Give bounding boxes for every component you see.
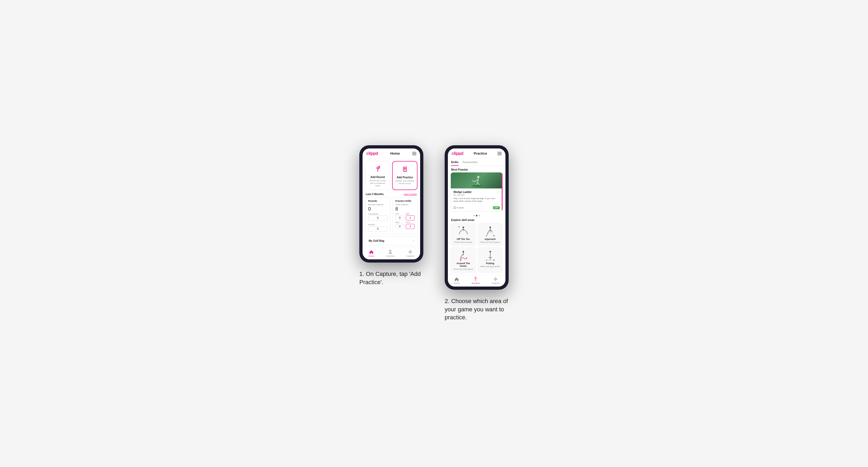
skill-approach[interactable]: Approach Dial-in to hit the green xyxy=(477,223,503,246)
flag-icon xyxy=(373,164,382,174)
caption-1: 1. On Capture, tap 'Add Practice'. xyxy=(359,270,423,286)
dot-3 xyxy=(478,215,480,216)
nav-capture-2[interactable]: Capture xyxy=(492,277,499,284)
nav-activities-1[interactable]: Activities xyxy=(386,249,395,257)
phone-1: clippd Home xyxy=(359,145,423,262)
app-header-2: clippd Practice xyxy=(448,149,505,158)
nav-home-1[interactable]: Home xyxy=(368,249,374,257)
featured-image xyxy=(451,173,502,188)
svg-line-32 xyxy=(461,254,463,256)
practice-stat: Practice 0 xyxy=(368,221,388,231)
header-title-1: Home xyxy=(390,151,400,155)
skill-grid: Off The Tee Power and accuracy xyxy=(448,223,505,275)
app-header-1: clippd Home xyxy=(363,149,420,158)
screenshot-1-container: clippd Home xyxy=(359,145,423,286)
off-the-tee-icon xyxy=(458,226,469,237)
add-round-subtitle: Record your shots fast or enhanced mode xyxy=(368,179,388,187)
capture-icon-2 xyxy=(493,277,498,281)
logo-1: clippd xyxy=(366,151,378,156)
svg-point-3 xyxy=(404,168,406,169)
putt-value: 4 xyxy=(406,224,414,229)
svg-point-36 xyxy=(490,251,491,252)
phone-2: clippd Practice Drills Favourites Most P… xyxy=(445,145,509,290)
svg-point-16 xyxy=(463,226,464,228)
dot-2 xyxy=(476,215,477,216)
svg-point-8 xyxy=(472,185,482,187)
svg-point-22 xyxy=(459,226,460,227)
hamburger-menu-2[interactable] xyxy=(497,152,502,155)
view-activity-link[interactable]: View Activity xyxy=(404,193,417,196)
around-the-green-icon xyxy=(458,250,469,261)
svg-point-41 xyxy=(486,260,487,261)
my-golf-bag[interactable]: My Golf Bag › xyxy=(365,236,417,246)
action-cards: Add Round Record your shots fast or enha… xyxy=(363,158,420,190)
svg-line-12 xyxy=(478,182,479,185)
section-title: Last 3 Months xyxy=(366,193,383,196)
most-popular-label: Most Popular xyxy=(448,166,505,172)
my-golf-bag-label: My Golf Bag xyxy=(369,239,384,242)
carousel-dots xyxy=(448,214,505,218)
svg-point-35 xyxy=(466,257,467,258)
skill-putting[interactable]: Putting Make and lag practice xyxy=(477,247,503,273)
activities-icon-2 xyxy=(473,277,478,281)
approach-title: Approach xyxy=(485,238,496,241)
svg-point-30 xyxy=(463,251,464,252)
nav-activities-label-2: Activities xyxy=(472,282,480,284)
nav-capture-label-1: Capture xyxy=(407,255,414,257)
star-icon[interactable]: ☆ xyxy=(497,191,500,193)
add-practice-title: Add Practice xyxy=(397,176,413,179)
chevron-right-icon: › xyxy=(413,239,414,243)
nav-activities-label-1: Activities xyxy=(386,255,395,257)
drills-sub-stats: OTT 0 APP 4 xyxy=(395,213,414,220)
svg-point-29 xyxy=(493,236,495,237)
drills-capture-label: Drills Capture xyxy=(395,204,414,206)
practice-label: Practice xyxy=(368,224,375,225)
nav-home-label-1: Home xyxy=(368,255,374,257)
caption-2: 2. Choose which area of your game you wa… xyxy=(445,297,509,322)
add-round-title: Add Round xyxy=(371,176,385,179)
home-icon-1 xyxy=(369,249,374,254)
putting-icon xyxy=(485,250,496,261)
rounds-stat-box: Rounds Rounds Capture 0 Tournament 0 Pra… xyxy=(365,197,390,234)
off-the-tee-title: Off The Tee xyxy=(457,238,470,241)
approach-subtitle: Dial-in to hit the green xyxy=(480,241,500,243)
tournament-value: 0 xyxy=(368,215,388,220)
tabs-bar: Drills Favourites xyxy=(448,158,505,166)
stats-row: Rounds Rounds Capture 0 Tournament 0 Pra… xyxy=(363,197,420,234)
ott-stat: OTT 0 xyxy=(395,213,404,220)
tab-drills[interactable]: Drills xyxy=(451,158,459,166)
rounds-sub-stats: Tournament 0 xyxy=(368,213,388,220)
rounds-capture-label: Rounds Capture xyxy=(368,204,388,206)
header-title-2: Practice xyxy=(474,151,487,155)
add-practice-subtitle: Capture your practice off-the-course xyxy=(395,180,415,185)
svg-line-33 xyxy=(460,256,461,259)
nav-home-2[interactable]: Home xyxy=(454,277,459,284)
skill-around-the-green[interactable]: Around The Green Hone your short game xyxy=(451,247,476,273)
bottom-nav-2: Home Activities xyxy=(448,275,505,286)
rounds-value: 0 xyxy=(368,206,388,212)
add-round-card[interactable]: Add Round Record your shots fast or enha… xyxy=(365,161,390,190)
putting-title: Putting xyxy=(486,262,494,265)
shots-count: 9 shots xyxy=(454,206,464,209)
bottom-nav-1: Home Activities xyxy=(363,248,420,259)
hamburger-menu-1[interactable] xyxy=(412,152,416,155)
featured-footer: 9 shots APP xyxy=(451,205,502,211)
putt-label: PUTT xyxy=(406,221,414,223)
phone-2-screen: clippd Practice Drills Favourites Most P… xyxy=(448,149,505,286)
nav-capture-1[interactable]: Capture xyxy=(407,249,414,257)
svg-point-34 xyxy=(460,260,461,261)
skill-off-the-tee[interactable]: Off The Tee Power and accuracy xyxy=(451,223,476,246)
svg-line-18 xyxy=(460,229,463,231)
arg-putt-stats: ARG 0 PUTT 4 xyxy=(395,221,414,229)
add-practice-card[interactable]: Add Practice Capture your practice off-t… xyxy=(392,161,417,190)
tab-favourites[interactable]: Favourites xyxy=(463,158,478,166)
featured-card[interactable]: Wedge Ladder 50–100 yds ☆ Play 1 shot at… xyxy=(451,172,503,212)
around-the-green-subtitle: Hone your short game xyxy=(453,268,473,270)
nav-activities-2[interactable]: Activities xyxy=(472,277,480,284)
dot-1 xyxy=(473,215,475,216)
svg-line-25 xyxy=(488,229,490,232)
home-icon-2 xyxy=(454,277,459,281)
svg-line-26 xyxy=(487,232,488,235)
tournament-label: Tournament xyxy=(368,213,388,215)
practice-value: 0 xyxy=(368,226,388,231)
